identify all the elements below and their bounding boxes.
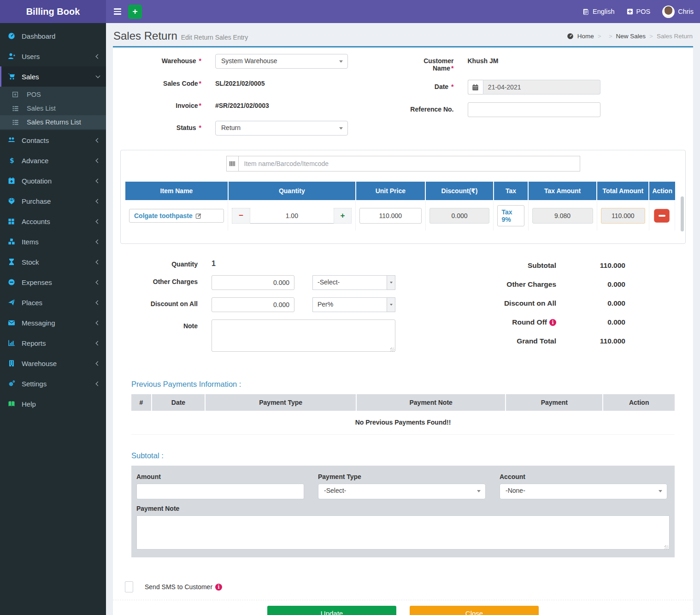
tax-cell[interactable]: Tax 9% (497, 205, 524, 226)
calendar-icon[interactable] (468, 80, 483, 95)
sidebar-item-label: Advance (22, 157, 48, 165)
breadcrumb-separator: > (649, 33, 653, 40)
other-charges-select[interactable]: -Select- (312, 275, 395, 290)
sidebar-item-label: Warehouse (22, 360, 57, 367)
round-off-value: 0.000 (556, 318, 625, 326)
sidebar-item-purchase[interactable]: Purchase (0, 191, 106, 211)
discount-input (429, 208, 490, 224)
sidebar-item-label: Stock (22, 258, 39, 266)
col-discount: Discount(₹) (425, 182, 494, 201)
unit-price-input[interactable] (359, 208, 421, 224)
quantity-decrease-button[interactable]: − (232, 208, 250, 224)
info-icon[interactable]: i (549, 319, 556, 326)
sidebar-item-label: Settings (22, 380, 47, 388)
sidebar-item-label: Expenses (22, 278, 52, 286)
discount-on-all-input[interactable] (212, 297, 294, 312)
chevron-left-icon (96, 219, 100, 224)
resize-grip[interactable] (665, 545, 669, 550)
sidebar-item-label: Help (22, 400, 36, 408)
sidebar-item-stock[interactable]: Stock (0, 252, 106, 272)
send-sms-checkbox[interactable] (125, 581, 133, 592)
sales-code-label: Sales Code* (120, 77, 201, 91)
sidebar-item-users[interactable]: Users (0, 46, 106, 66)
warehouse-select[interactable]: System Warehouse (215, 54, 348, 69)
list-icon (12, 119, 24, 126)
payment-type-select[interactable]: -Select- (318, 484, 486, 499)
user-menu[interactable]: Chris (662, 6, 694, 18)
date-input[interactable] (483, 80, 600, 95)
invoice-value: #SR/2021/02/0003 (215, 99, 348, 109)
sidebar-item-settings[interactable]: Settings (0, 373, 106, 394)
item-search-input[interactable] (238, 156, 580, 171)
pos-menu[interactable]: POS (627, 8, 651, 15)
sidebar-item-label: Sales List (27, 105, 56, 112)
update-button[interactable]: Update (267, 606, 396, 615)
breadcrumb-new-sales[interactable]: New Sales (616, 33, 646, 40)
people-icon (8, 136, 19, 144)
items-table: Item Name Quantity Unit Price Discount(₹… (125, 182, 675, 231)
close-button[interactable]: Close (410, 606, 539, 615)
sidebar-item-label: Purchase (22, 197, 51, 205)
language-menu[interactable]: English (582, 8, 615, 15)
payment-type-label: Payment Type (318, 473, 486, 480)
other-charges-input[interactable] (212, 275, 294, 290)
sidebar-item-label: Messaging (22, 319, 55, 327)
sidebar-item-reports[interactable]: Reports (0, 333, 106, 353)
sidebar-item-sales-list[interactable]: Sales List (0, 101, 106, 115)
paper-plane-icon (8, 299, 19, 306)
sidebar-item-dashboard[interactable]: Dashboard (0, 26, 106, 46)
sidebar-toggle-icon[interactable] (110, 4, 125, 19)
edit-icon[interactable] (195, 213, 202, 219)
sidebar-item-label: Sales Returns List (27, 118, 81, 126)
sidebar-item-expenses[interactable]: Expenses (0, 272, 106, 292)
col-payment-action: Action (603, 394, 675, 411)
quick-add-button[interactable]: + (128, 5, 142, 19)
minus-circle-icon (8, 278, 19, 286)
sidebar-item-pos[interactable]: POS (0, 88, 106, 101)
sidebar-item-messaging[interactable]: Messaging (0, 313, 106, 333)
note-textarea[interactable] (212, 319, 395, 352)
quantity-increase-button[interactable]: + (334, 208, 352, 224)
cart-icon (8, 73, 19, 80)
col-payment-note: Payment Note (356, 394, 506, 411)
quantity-input[interactable] (250, 208, 334, 224)
sidebar-item-sales[interactable]: Sales (0, 66, 106, 87)
sidebar-item-advance[interactable]: $ Advance (0, 150, 106, 171)
sidebar-item-warehouse[interactable]: Warehouse (0, 353, 106, 373)
sidebar-item-help[interactable]: Help (0, 394, 106, 414)
payment-note-label: Payment Note (136, 505, 670, 512)
account-select[interactable]: -None- (500, 484, 667, 499)
discount-unit-select[interactable]: Per% (312, 297, 395, 312)
reference-no-input[interactable] (468, 102, 600, 117)
col-payment-type: Payment Type (205, 394, 356, 411)
sidebar-item-items[interactable]: Items (0, 231, 106, 252)
top-navbar: Billing Book + English POS Chris (0, 0, 700, 23)
sidebar-item-places[interactable]: Places (0, 292, 106, 313)
sidebar-item-contacts[interactable]: Contacts (0, 130, 106, 150)
col-action: Action (649, 182, 675, 201)
sidebar-item-quotation[interactable]: Quotation (0, 171, 106, 191)
scrollbar[interactable] (681, 196, 684, 231)
status-select[interactable]: Return (215, 121, 348, 136)
breadcrumb-current: Sales Return (657, 33, 693, 40)
sidebar-item-sales-returns-list[interactable]: Sales Returns List (0, 115, 106, 129)
sidebar-item-label: POS (27, 91, 41, 98)
date-label: Date * (403, 80, 454, 95)
payment-note-textarea[interactable] (136, 515, 670, 550)
resize-grip[interactable] (390, 348, 394, 352)
remove-row-button[interactable] (654, 209, 670, 223)
reference-no-label: Reference No. (403, 102, 454, 117)
dashboard-icon (8, 32, 19, 40)
invoice-label: Invoice* (120, 99, 201, 113)
amount-input[interactable] (136, 484, 304, 499)
breadcrumb-home[interactable]: Home (577, 33, 594, 40)
sidebar-item-label: Sales (22, 73, 39, 81)
list-icon (12, 105, 24, 112)
breadcrumb-separator: > (598, 33, 601, 40)
item-name-cell[interactable]: Colgate toothpaste (129, 209, 224, 223)
info-icon[interactable]: i (215, 584, 222, 591)
sidebar-item-label: Places (22, 299, 42, 307)
sales-code-value: SL/2021/02/0005 (215, 77, 348, 87)
app-logo[interactable]: Billing Book (0, 0, 106, 23)
sidebar-item-accounts[interactable]: Accounts (0, 211, 106, 231)
